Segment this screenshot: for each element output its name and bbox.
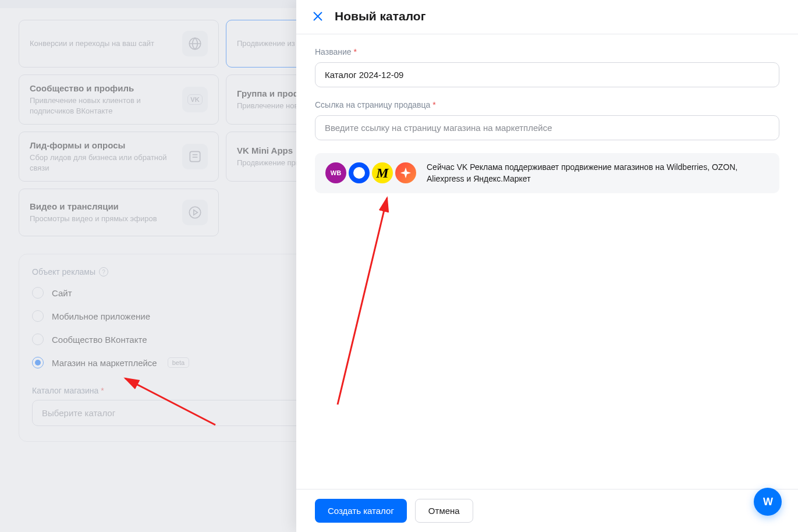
vk-logo-icon: W [763, 496, 772, 508]
name-input[interactable] [315, 62, 779, 87]
side-panel: Новый каталог Название * Ссылка на стран… [296, 0, 798, 532]
vk-fab[interactable]: W [754, 488, 782, 516]
ozon-icon [349, 162, 370, 183]
link-input[interactable] [315, 115, 779, 140]
info-text: Сейчас VK Реклама поддерживает продвижен… [427, 161, 769, 185]
wildberries-icon: WB [325, 162, 346, 183]
cancel-button[interactable]: Отмена [415, 499, 473, 523]
panel-title: Новый каталог [335, 9, 425, 23]
name-label: Название * [315, 47, 779, 56]
link-label: Ссылка на страницу продавца * [315, 100, 779, 109]
aliexpress-icon: M [372, 162, 393, 183]
marketplace-info: WB M Сейчас VK Реклама поддерживает прод… [315, 153, 779, 193]
yandex-market-icon [395, 162, 416, 183]
create-button[interactable]: Создать каталог [315, 499, 407, 523]
close-icon[interactable] [311, 10, 324, 23]
